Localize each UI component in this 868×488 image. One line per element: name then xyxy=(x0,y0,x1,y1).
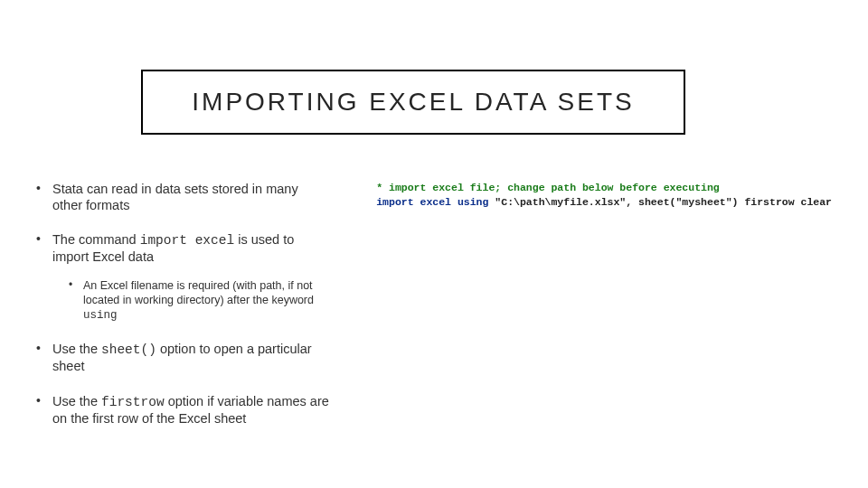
sub-bullet-text: An Excel filename is required (with path… xyxy=(83,279,314,306)
inline-code: using xyxy=(83,309,118,322)
title-box: IMPORTING EXCEL DATA SETS xyxy=(141,70,685,135)
bullet-list: Stata can read in data sets stored in ma… xyxy=(36,181,331,427)
sub-bullet-item: An Excel filename is required (with path… xyxy=(69,278,331,324)
bullet-text: Stata can read in data sets stored in ma… xyxy=(52,182,298,212)
left-column: Stata can read in data sets stored in ma… xyxy=(36,181,331,461)
right-column: * import excel file; change path below b… xyxy=(331,181,832,461)
slide: IMPORTING EXCEL DATA SETS Stata can read… xyxy=(0,0,868,488)
sub-bullet-list: An Excel filename is required (with path… xyxy=(69,278,331,324)
code-line: * import excel file; change path below b… xyxy=(376,181,832,195)
bullet-item: Stata can read in data sets stored in ma… xyxy=(36,181,331,213)
code-line: import excel using "C:\path\myfile.xlsx"… xyxy=(376,195,832,210)
bullet-text-pre: The command xyxy=(52,232,140,247)
inline-code: sheet() xyxy=(101,343,156,357)
bullet-text-pre: Use the xyxy=(52,394,101,408)
code-command: import excel using xyxy=(376,196,488,208)
code-block: * import excel file; change path below b… xyxy=(376,181,832,210)
code-argument: "C:\path\myfile.xlsx", sheet("mysheet") … xyxy=(488,196,832,208)
slide-title: IMPORTING EXCEL DATA SETS xyxy=(192,88,634,117)
bullet-text-pre: Use the xyxy=(52,342,101,356)
bullet-item: Use the sheet() option to open a particu… xyxy=(36,341,331,374)
bullet-item: The command import excel is used to impo… xyxy=(36,231,331,323)
code-comment: * import excel file; change path below b… xyxy=(376,182,720,193)
bullet-item: Use the firstrow option if variable name… xyxy=(36,393,331,427)
content-area: Stata can read in data sets stored in ma… xyxy=(36,181,832,461)
inline-code: import excel xyxy=(140,233,234,248)
inline-code: firstrow xyxy=(101,395,165,409)
